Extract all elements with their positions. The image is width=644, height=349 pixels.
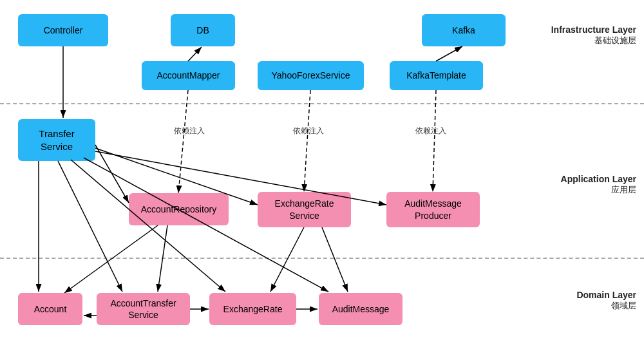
svg-line-18	[322, 227, 348, 292]
svg-line-8	[95, 145, 129, 203]
kafkatemplate-box: KafkaTemplate	[390, 61, 483, 90]
transferservice-box: TransferService	[18, 119, 95, 161]
exchangerate-box: ExchangeRate	[209, 293, 296, 325]
svg-line-7	[433, 90, 436, 192]
account-box: Account	[18, 293, 82, 325]
svg-line-17	[270, 227, 304, 292]
svg-line-4	[436, 46, 462, 61]
svg-line-15	[64, 225, 158, 293]
accounttransfer-box: AccountTransferService	[97, 293, 190, 325]
dep-label-1: 依赖注入	[174, 126, 205, 137]
auditmsgprod-box: AuditMessageProducer	[386, 192, 480, 227]
domain-label: Domain Layer 领域层	[576, 290, 636, 312]
diagram: Infrastructure Layer 基础设施层 Application L…	[0, 0, 644, 349]
db-box: DB	[171, 14, 235, 46]
accountrepo-box: AccountRepository	[129, 193, 229, 225]
svg-line-6	[304, 90, 310, 192]
infrastructure-line	[0, 103, 644, 104]
kafka-box: Kafka	[422, 14, 506, 46]
infrastructure-label: Infrastructure Layer 基础设施层	[551, 24, 636, 46]
controller-box: Controller	[18, 14, 108, 46]
dep-label-2: 依赖注入	[293, 126, 324, 137]
exchangeratesvc-box: ExchangeRateService	[258, 192, 351, 227]
yahooforex-box: YahooForexService	[258, 61, 364, 90]
dep-label-3: 依赖注入	[415, 126, 446, 137]
accountmapper-box: AccountMapper	[142, 61, 235, 90]
svg-line-3	[188, 47, 202, 61]
auditmsg-box: AuditMessage	[319, 293, 402, 325]
svg-line-13	[71, 160, 225, 292]
application-label: Application Layer 应用层	[561, 174, 636, 196]
svg-line-5	[178, 90, 188, 193]
svg-line-12	[58, 161, 122, 292]
application-line	[0, 258, 644, 259]
